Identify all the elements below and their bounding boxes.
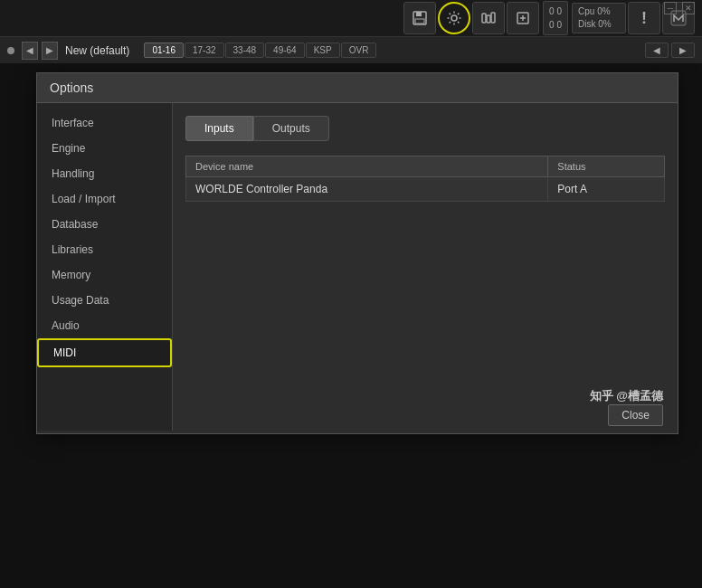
tab-01-16[interactable]: 01-16 — [144, 43, 184, 58]
options-dialog: Options Interface Engine Handling Load /… — [36, 72, 678, 434]
svg-rect-4 — [482, 14, 486, 23]
gear-button[interactable] — [438, 2, 470, 34]
svg-point-3 — [451, 15, 457, 21]
alert-button[interactable]: ! — [628, 2, 660, 34]
save-button[interactable] — [403, 2, 436, 34]
page-tabs: 01-16 17-32 33-48 49-64 KSP OVR — [144, 43, 376, 58]
tab-ovr[interactable]: OVR — [341, 43, 377, 58]
device-table: Device name Status WORLDE Controller Pan… — [185, 156, 665, 202]
close-button[interactable]: Close — [608, 404, 663, 426]
cpu-disk-info: Cpu 0% Disk 0% — [572, 3, 626, 33]
sidebar-item-audio[interactable]: Audio — [37, 313, 172, 338]
extra-controls: ◀ ▶ — [645, 43, 695, 58]
sidebar-item-load-import[interactable]: Load / Import — [37, 186, 172, 212]
svg-rect-5 — [487, 15, 490, 23]
tab-ksp[interactable]: KSP — [306, 43, 340, 58]
col-device-name: Device name — [186, 156, 548, 177]
cpu-value: 0% — [597, 6, 610, 16]
cpu-label: Cpu — [578, 6, 594, 16]
io-tabs: Inputs Outputs — [185, 116, 665, 141]
tab-17-32[interactable]: 17-32 — [185, 43, 224, 58]
midi-counter: 0 0 0 0 — [543, 1, 568, 35]
table-header-row: Device name Status — [186, 156, 665, 177]
tab-33-48[interactable]: 33-48 — [225, 43, 265, 58]
content-area: Options Interface Engine Handling Load /… — [0, 63, 702, 588]
arrow-right-control[interactable]: ▶ — [671, 43, 695, 58]
svg-rect-2 — [415, 19, 424, 24]
sidebar-item-database[interactable]: Database — [37, 212, 172, 237]
sidebar-item-engine[interactable]: Engine — [37, 136, 172, 161]
device-name-cell: WORLDE Controller Panda — [186, 177, 548, 202]
disk-value: 0% — [598, 19, 611, 29]
preset-name: New (default) — [65, 44, 129, 57]
tab-inputs[interactable]: Inputs — [185, 116, 253, 141]
disk-label: Disk — [578, 19, 595, 29]
close-icon[interactable]: ✕ — [682, 2, 695, 14]
top-toolbar: 0 0 0 0 Cpu 0% Disk 0% ! — [0, 0, 702, 36]
tab-49-64[interactable]: 49-64 — [265, 43, 305, 58]
prev-preset-button[interactable]: ◀ — [22, 42, 38, 60]
svg-rect-1 — [416, 12, 422, 16]
sidebar-item-memory[interactable]: Memory — [37, 262, 172, 288]
options-title: Options — [37, 73, 678, 103]
sidebar-item-libraries[interactable]: Libraries — [37, 237, 172, 262]
sidebar-item-midi[interactable]: MIDI — [37, 338, 172, 367]
watermark: 知乎 @槽孟德 — [590, 388, 663, 404]
col-status: Status — [548, 156, 665, 177]
preset-indicator — [7, 47, 14, 54]
sidebar-item-usage-data[interactable]: Usage Data — [37, 288, 172, 313]
second-bar: ◀ ▶ New (default) 01-16 17-32 33-48 49-6… — [0, 36, 702, 63]
sidebar-item-handling[interactable]: Handling — [37, 161, 172, 186]
table-row[interactable]: WORLDE Controller Panda Port A — [186, 177, 665, 202]
sidebar-item-interface[interactable]: Interface — [37, 110, 172, 136]
resize-button[interactable] — [507, 2, 539, 34]
mixer-button[interactable] — [472, 2, 505, 34]
options-main: Inputs Outputs Device name Status WORLDE… — [173, 103, 678, 431]
device-status-cell: Port A — [548, 177, 665, 202]
svg-rect-6 — [491, 13, 495, 23]
arrow-left-control[interactable]: ◀ — [645, 43, 669, 58]
tab-outputs[interactable]: Outputs — [253, 116, 329, 141]
options-sidebar: Interface Engine Handling Load / Import … — [37, 103, 173, 431]
next-preset-button[interactable]: ▶ — [42, 42, 58, 60]
minimize-icon[interactable]: ─ — [664, 2, 677, 14]
options-body: Interface Engine Handling Load / Import … — [37, 103, 678, 431]
